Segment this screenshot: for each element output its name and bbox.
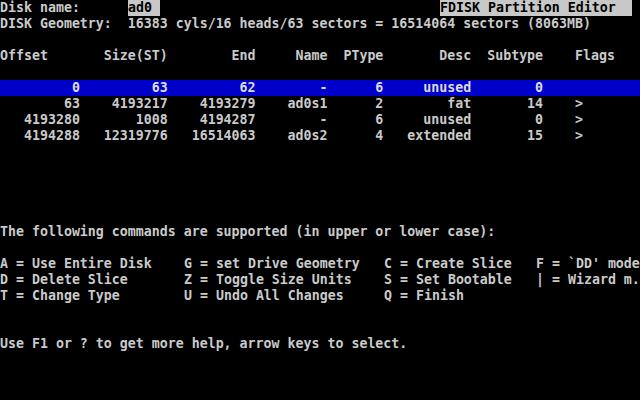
slice-table-header: Offset Size(ST) End Name PType Desc Subt… [0,48,615,64]
command-s: S = Set Bootable [384,272,512,288]
commands-intro: The following commands are supported (in… [0,224,495,240]
command-d: D = Delete Slice [0,272,128,288]
help-line: Use F1 or ? to get more help, arrow keys… [0,336,407,352]
command-a: A = Use Entire Disk [0,256,152,272]
command-f: F = `DD' mode [536,256,640,272]
page-title: FDISK Partition Editor [440,0,632,16]
command-c: C = Create Slice [384,256,512,272]
table-row[interactable]: 4193280 1008 4194287 - 6 unused 0 > [0,112,640,128]
disk-geometry-line: DISK Geometry: 16383 cyls/16 heads/63 se… [0,16,591,32]
command-t: T = Change Type [0,288,120,304]
command-grid: A = Use Entire DiskG = set Drive Geometr… [0,256,640,304]
fdisk-partition-editor-screen: Disk name: ad0 FDISK Partition Editor DI… [0,0,640,400]
command-u: U = Undo All Changes [184,288,344,304]
command-pipe: | = Wizard m. [536,272,640,288]
command-z: Z = Toggle Size Units [184,272,352,288]
command-g: G = set Drive Geometry [184,256,360,272]
table-row[interactable]: 4194288 12319776 16514063 ad0s2 4 extend… [0,128,640,144]
disk-name-value: ad0 [128,0,160,16]
table-row[interactable]: 0 63 62 - 6 unused 0 [0,80,640,96]
command-q: Q = Finish [384,288,464,304]
disk-name-label: Disk name: [0,0,80,16]
slice-table-rows: 0 63 62 - 6 unused 0 63 4193217 4193279 … [0,80,640,144]
table-row[interactable]: 63 4193217 4193279 ad0s1 2 fat 14 > [0,96,640,112]
